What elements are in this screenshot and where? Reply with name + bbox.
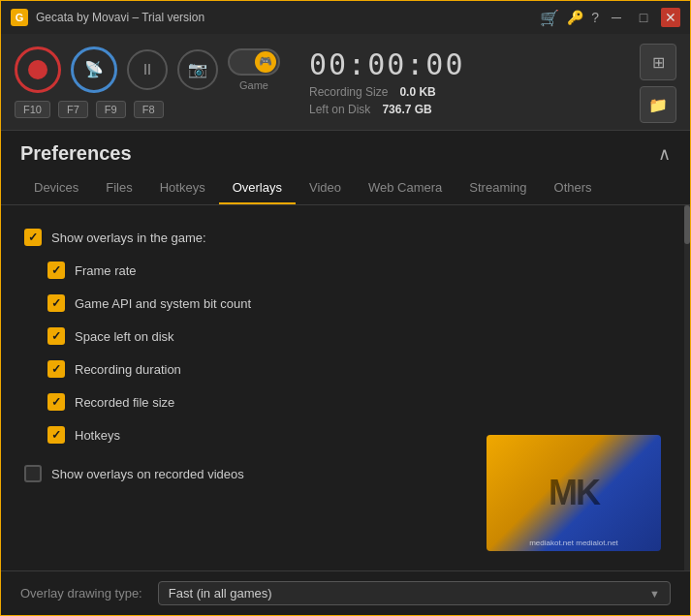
content-area: Show overlays in the game: Frame rate Ga… xyxy=(1,205,690,570)
title-bar: G Gecata by Movavi – Trial version 🛒 🔑 ?… xyxy=(1,1,690,34)
show-overlays-in-game-label: Show overlays in the game: xyxy=(51,231,206,245)
select-arrow-icon: ▼ xyxy=(649,588,660,600)
recording-size-label: Recording Size xyxy=(309,85,388,99)
folder-icon: 📁 xyxy=(648,96,668,114)
bottom-bar: Overlay drawing type: Fast (in all games… xyxy=(1,570,690,615)
space-left-checkbox[interactable] xyxy=(47,327,65,345)
recorded-file-size-checkbox[interactable] xyxy=(47,393,65,411)
hotkey-f10[interactable]: F10 xyxy=(15,101,50,118)
capture-icon: ⊞ xyxy=(652,53,665,72)
help-icon: ? xyxy=(591,10,599,25)
close-button[interactable]: ✕ xyxy=(661,8,680,27)
cart-icon: 🛒 xyxy=(540,9,559,27)
toolbar: 📡 ⏸ 📷 🎮 Game F10 F7 F9 F xyxy=(1,34,690,131)
game-label: Game xyxy=(239,79,268,91)
overlay-frame-rate-item[interactable]: Frame rate xyxy=(20,254,671,287)
left-on-disk-label: Left on Disk xyxy=(309,103,370,116)
record-button[interactable] xyxy=(15,46,61,93)
preferences-header: Preferences ∧ xyxy=(1,131,690,172)
hotkeys-checkbox[interactable] xyxy=(47,426,65,444)
recording-duration-checkbox[interactable] xyxy=(47,360,65,378)
overlay-recording-duration-item[interactable]: Recording duration xyxy=(20,353,671,385)
tab-others[interactable]: Others xyxy=(541,172,606,204)
overlay-items-group: Frame rate Game API and system bit count… xyxy=(20,254,671,451)
recording-size-value: 0.0 KB xyxy=(399,85,435,99)
pause-button[interactable]: ⏸ xyxy=(127,49,168,90)
watermark-mk-text: MK xyxy=(549,473,599,513)
show-overlays-in-game-item[interactable]: Show overlays in the game: xyxy=(20,221,671,254)
overlay-drawing-type-value: Fast (in all games) xyxy=(169,586,272,601)
folder-button[interactable]: 📁 xyxy=(640,86,676,123)
capture-button[interactable]: ⊞ xyxy=(640,44,676,80)
timer-display: 00:00:00 xyxy=(309,47,465,81)
pause-icon: ⏸ xyxy=(140,61,155,78)
window-title: Gecata by Movavi – Trial version xyxy=(36,11,540,24)
tab-webcamera[interactable]: Web Camera xyxy=(355,172,455,204)
minimize-button[interactable]: ─ xyxy=(607,8,626,27)
hotkey-f9[interactable]: F9 xyxy=(96,101,126,118)
camera-icon: 📷 xyxy=(188,60,207,78)
gamepad-icon: 🎮 xyxy=(255,51,276,73)
game-toggle-wrapper: 🎮 Game xyxy=(228,48,280,91)
hotkey-f7[interactable]: F7 xyxy=(58,101,88,118)
recording-size-row: Recording Size 0.0 KB xyxy=(309,85,465,99)
app-icon: G xyxy=(11,9,28,26)
tabs-bar: Devices Files Hotkeys Overlays Video Web… xyxy=(1,172,690,205)
show-overlays-in-game-checkbox[interactable] xyxy=(24,229,42,246)
game-api-checkbox[interactable] xyxy=(47,294,65,312)
overlay-recorded-file-size-item[interactable]: Recorded file size xyxy=(20,385,671,418)
hotkeys-label: Hotkeys xyxy=(75,428,120,443)
overlay-drawing-type-select[interactable]: Fast (in all games) ▼ xyxy=(158,581,671,605)
overlay-game-api-item[interactable]: Game API and system bit count xyxy=(20,287,671,320)
left-on-disk-row: Left on Disk 736.7 GB xyxy=(309,103,465,116)
space-left-label: Space left on disk xyxy=(75,329,174,344)
tab-devices[interactable]: Devices xyxy=(20,172,92,204)
collapse-button[interactable]: ∧ xyxy=(658,143,671,165)
maximize-button[interactable]: □ xyxy=(634,8,653,27)
overlay-space-left-item[interactable]: Space left on disk xyxy=(20,320,671,353)
controls-left: 📡 ⏸ 📷 🎮 Game F10 F7 F9 F xyxy=(15,46,280,118)
left-on-disk-value: 736.7 GB xyxy=(382,103,431,116)
overlay-drawing-type-label: Overlay drawing type: xyxy=(20,586,142,601)
watermark-overlay: MK mediakot.net medialot.net xyxy=(487,435,661,551)
scrollbar-track[interactable] xyxy=(684,205,690,570)
pin-icon: 🔑 xyxy=(567,10,583,25)
frame-rate-checkbox[interactable] xyxy=(47,262,65,279)
preferences-title: Preferences xyxy=(20,142,132,165)
recording-duration-label: Recording duration xyxy=(75,362,181,377)
show-on-recorded-label: Show overlays on recorded videos xyxy=(51,467,244,481)
tab-streaming[interactable]: Streaming xyxy=(455,172,540,204)
watermark-bottom-text: mediakot.net medialot.net xyxy=(487,539,661,547)
tab-hotkeys[interactable]: Hotkeys xyxy=(146,172,219,204)
window-controls: 🛒 🔑 ? ─ □ ✕ xyxy=(540,8,680,27)
game-api-label: Game API and system bit count xyxy=(75,296,251,311)
timer-section: 00:00:00 Recording Size 0.0 KB Left on D… xyxy=(309,47,465,116)
recorded-file-size-label: Recorded file size xyxy=(75,395,174,410)
scrollbar-thumb[interactable] xyxy=(684,205,690,244)
main-buttons-row: 📡 ⏸ 📷 🎮 Game xyxy=(15,46,280,93)
tab-overlays[interactable]: Overlays xyxy=(219,172,296,204)
hotkeys-row: F10 F7 F9 F8 xyxy=(15,101,280,118)
webcam-button[interactable]: 📡 xyxy=(71,46,117,93)
frame-rate-label: Frame rate xyxy=(75,263,137,278)
record-icon xyxy=(28,60,47,79)
game-toggle[interactable]: 🎮 xyxy=(228,48,280,76)
screenshot-button[interactable]: 📷 xyxy=(177,49,218,90)
tab-video[interactable]: Video xyxy=(296,172,355,204)
webcam-icon: 📡 xyxy=(84,60,104,78)
show-on-recorded-checkbox[interactable] xyxy=(24,465,42,482)
toolbar-right: ⊞ 📁 xyxy=(640,44,676,123)
hotkey-f8[interactable]: F8 xyxy=(134,101,164,118)
app-window: G Gecata by Movavi – Trial version 🛒 🔑 ?… xyxy=(0,0,691,616)
tab-files[interactable]: Files xyxy=(92,172,145,204)
